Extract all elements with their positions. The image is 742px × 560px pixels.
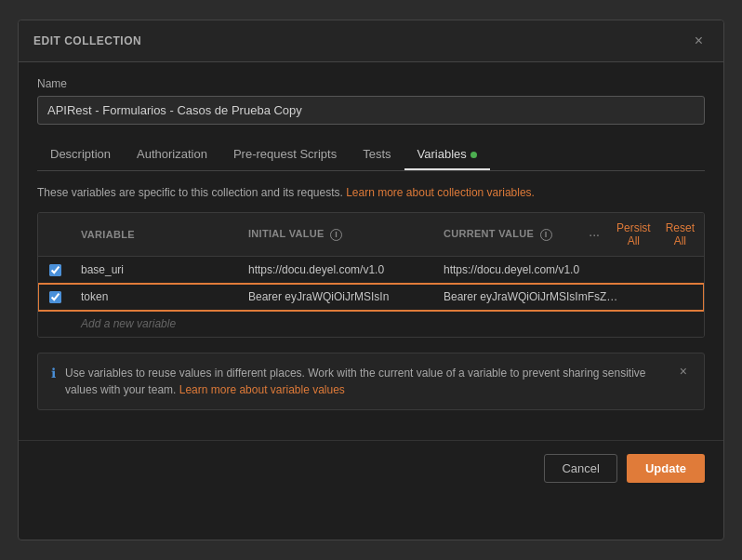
name-input[interactable] bbox=[37, 96, 705, 125]
tabs-bar: Description Authorization Pre-request Sc… bbox=[37, 140, 705, 171]
learn-more-values-link[interactable]: Learn more about variable values bbox=[179, 383, 345, 396]
th-checkbox bbox=[38, 228, 72, 241]
modal-title: EDIT COLLECTION bbox=[33, 34, 141, 47]
add-variable-row[interactable]: Add a new variable bbox=[38, 311, 704, 337]
row-2-checkbox[interactable] bbox=[49, 291, 61, 303]
info-bar: ℹ Use variables to reuse values in diffe… bbox=[37, 353, 705, 410]
th-variable: VARIABLE bbox=[72, 222, 239, 247]
edit-collection-modal: EDIT COLLECTION × Name Description Autho… bbox=[18, 20, 724, 540]
info-bar-close-button[interactable]: × bbox=[676, 365, 691, 378]
variables-info: These variables are specific to this col… bbox=[37, 184, 705, 201]
variables-active-dot bbox=[470, 152, 477, 158]
row-2-current-value[interactable]: Bearer eyJraWQiOiJrMSIsImFsZyl6IlJTMjU2I… bbox=[434, 284, 629, 310]
table-row: token Bearer eyJraWQiOiJrMSIsIn Bearer e… bbox=[38, 284, 704, 311]
row-1-initial-value[interactable]: https://docu.deyel.com/v1.0 bbox=[239, 257, 434, 283]
table-header: VARIABLE INITIAL VALUE i CURRENT VALUE i… bbox=[38, 213, 704, 257]
row-checkbox-container bbox=[38, 258, 72, 283]
table-dots-button[interactable]: ··· bbox=[583, 225, 605, 244]
name-label: Name bbox=[37, 77, 705, 90]
row-1-variable[interactable]: base_uri bbox=[72, 257, 239, 283]
row-2-initial-value[interactable]: Bearer eyJraWQiOiJrMSIsIn bbox=[239, 284, 434, 310]
row-1-actions bbox=[629, 263, 704, 276]
th-initial-value: INITIAL VALUE i bbox=[239, 221, 434, 247]
close-button[interactable]: × bbox=[689, 32, 709, 50]
tab-description[interactable]: Description bbox=[37, 140, 124, 170]
table-header-actions: ··· Persist All Reset All bbox=[629, 213, 704, 256]
info-bar-text: Use variables to reuse values in differe… bbox=[65, 365, 667, 398]
info-bar-icon: ℹ bbox=[51, 366, 56, 380]
add-variable-placeholder[interactable]: Add a new variable bbox=[72, 311, 239, 337]
reset-all-button[interactable]: Reset All bbox=[662, 220, 698, 249]
current-value-info-icon: i bbox=[540, 229, 552, 241]
row-2-actions bbox=[629, 290, 704, 303]
learn-more-variables-link[interactable]: Learn more about collection variables. bbox=[346, 186, 535, 199]
tab-variables[interactable]: Variables bbox=[404, 140, 490, 170]
persist-all-button[interactable]: Persist All bbox=[613, 220, 655, 249]
modal-body: Name Description Authorization Pre-reque… bbox=[19, 62, 723, 425]
update-button[interactable]: Update bbox=[627, 454, 705, 483]
variables-table: VARIABLE INITIAL VALUE i CURRENT VALUE i… bbox=[37, 212, 705, 338]
row-2-variable[interactable]: token bbox=[72, 284, 239, 310]
table-row: base_uri https://docu.deyel.com/v1.0 htt… bbox=[38, 257, 704, 284]
initial-value-info-icon: i bbox=[330, 229, 342, 241]
row-1-checkbox[interactable] bbox=[49, 264, 61, 276]
modal-footer: Cancel Update bbox=[19, 440, 723, 496]
tab-authorization[interactable]: Authorization bbox=[124, 140, 220, 170]
cancel-button[interactable]: Cancel bbox=[544, 454, 616, 483]
tab-tests[interactable]: Tests bbox=[350, 140, 404, 170]
row-2-checkbox-container bbox=[38, 285, 72, 310]
row-1-current-value[interactable]: https://docu.deyel.com/v1.0 bbox=[434, 257, 629, 283]
tab-pre-request-scripts[interactable]: Pre-request Scripts bbox=[220, 140, 350, 170]
modal-header: EDIT COLLECTION × bbox=[19, 20, 723, 62]
